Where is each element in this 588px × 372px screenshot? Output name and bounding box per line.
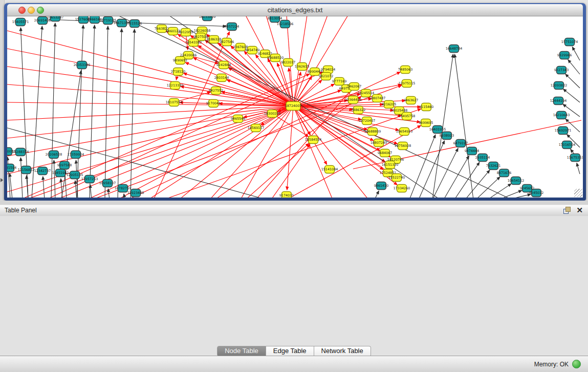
close-panel-icon[interactable]: ✕ <box>576 207 583 214</box>
graph-node-label: 11675353 <box>567 156 583 160</box>
graph-node-label: 9699695 <box>419 121 433 125</box>
network-window-titlebar[interactable]: citations_edges.txt <box>7 4 583 16</box>
graph-node-label: 17359924 <box>68 152 84 157</box>
graph-edge[interactable] <box>118 106 293 198</box>
graph-node-label: 2935114 <box>475 156 490 160</box>
tab-network-table[interactable]: Network Table <box>314 346 371 357</box>
graph-node-label: 12975115 <box>399 81 416 85</box>
graph-edge[interactable] <box>7 67 293 106</box>
graph-edge[interactable] <box>20 158 23 198</box>
graph-node-label: 9890651 <box>173 58 187 62</box>
graph-node-label: 16648784 <box>446 47 463 51</box>
graph-edge[interactable] <box>54 160 55 198</box>
graph-node-label: 9465546 <box>231 117 245 121</box>
status-bar: Memory: OK <box>0 356 588 372</box>
graph-edge[interactable] <box>499 190 522 198</box>
network-canvas[interactable]: 1872400715405571206914061065328715276072… <box>7 16 583 198</box>
graph-edge[interactable] <box>488 184 511 198</box>
graph-node-label: 16401955 <box>429 127 446 132</box>
graph-edge[interactable] <box>7 106 293 138</box>
memory-ok-icon <box>572 360 581 368</box>
graph-edge[interactable] <box>7 106 293 192</box>
tab-edge-table[interactable]: Edge Table <box>266 346 314 357</box>
graph-node-label: 9463627 <box>404 98 418 102</box>
graph-node-label: 12342737 <box>34 169 51 173</box>
graph-node-label: 12213339 <box>167 83 184 87</box>
graph-node-label: 9227343 <box>554 68 569 72</box>
graph-node-label: 7485063 <box>398 68 412 72</box>
graph-edge[interactable] <box>7 31 293 106</box>
graph-edge[interactable] <box>75 181 77 198</box>
tab-node-table[interactable]: Node Table <box>217 346 266 357</box>
graph-node-label: 9861410 <box>374 184 388 188</box>
network-window[interactable]: citations_edges.txt 18724007154055712069… <box>4 3 586 201</box>
graph-node-label: 12522740 <box>388 176 405 180</box>
graph-node-label: 18107554 <box>166 100 183 104</box>
graph-node-label: 10653287 <box>47 16 64 19</box>
table-panel-body: f(x) citations_edges.txt ▲▼ namein_degre… <box>0 216 588 356</box>
graph-node-label: 18724007 <box>285 104 302 108</box>
graph-node-label: 9242848 <box>216 63 231 67</box>
table-tabs: Node Table Edge Table Network Table <box>0 346 588 356</box>
graph-edge[interactable] <box>43 177 45 198</box>
graph-node-label: 8471676 <box>497 171 511 175</box>
graph-edge[interactable] <box>577 163 580 174</box>
graph-node-label: 10720407 <box>359 119 376 123</box>
graph-node-label: 11156822 <box>18 168 35 172</box>
graph-edge[interactable] <box>271 144 310 198</box>
graph-node-label: 2803144 <box>214 76 229 80</box>
graph-edge[interactable] <box>7 128 266 198</box>
network-graph[interactable]: 1872400715405571206914061065328715276072… <box>7 16 583 198</box>
graph-edge[interactable] <box>130 29 135 198</box>
graph-node-label: 9827546 <box>220 40 234 44</box>
graph-node-label: 8912955 <box>179 30 193 34</box>
graph-edge[interactable] <box>90 25 95 198</box>
graph-node-label: 10688809 <box>364 129 381 134</box>
memory-status-label: Memory: OK <box>534 361 569 368</box>
graph-node-label: 15692971 <box>555 128 572 133</box>
graph-edge[interactable] <box>118 29 122 198</box>
graph-node-label: 18226058 <box>194 29 211 33</box>
graph-node-label: 16543382 <box>185 40 202 45</box>
graph-edge[interactable] <box>565 74 580 88</box>
graph-node-label: 9821072 <box>319 74 333 78</box>
graph-node-label: 19654923 <box>396 129 413 134</box>
table-panel-header: Table Panel ✕ <box>0 205 588 216</box>
panel-collapse-handle[interactable] <box>1 178 3 182</box>
graph-edge[interactable] <box>476 177 500 198</box>
graph-node-label: 6479197 <box>453 141 468 145</box>
graph-edge[interactable] <box>90 185 92 198</box>
panel-title: Table Panel <box>5 207 37 214</box>
graph-edge[interactable] <box>246 143 309 198</box>
graph-edge[interactable] <box>375 191 379 198</box>
graph-node-label: 10807487 <box>369 96 386 100</box>
graph-edge[interactable] <box>572 47 580 60</box>
graph-node-label: 15495758 <box>399 114 416 118</box>
graph-edge[interactable] <box>293 16 328 106</box>
graph-node-label: 15751074 <box>561 40 578 44</box>
graph-node-label: 9097588 <box>57 163 72 167</box>
graph-node-label: 9115460 <box>419 105 433 109</box>
graph-edge[interactable] <box>293 16 348 106</box>
graph-node-label: 19218506 <box>277 22 294 26</box>
graph-edge[interactable] <box>454 162 480 198</box>
graph-edge[interactable] <box>419 141 445 198</box>
graph-node-label: 10958107 <box>99 181 116 185</box>
float-panel-icon[interactable] <box>563 207 571 214</box>
graph-edge[interactable] <box>568 60 580 74</box>
graph-node-label: 9329966 <box>557 53 572 57</box>
graph-edge[interactable] <box>20 74 310 198</box>
graph-node-label: 12444194 <box>550 99 567 103</box>
graph-edge[interactable] <box>7 106 293 120</box>
graph-node-label: 1362615 <box>295 64 309 69</box>
graph-node-label: 8990443 <box>308 70 322 74</box>
resize-grip-icon[interactable] <box>574 189 582 197</box>
graph-node-label: 9794024 <box>321 68 335 72</box>
graph-node-label: 20353346 <box>74 63 91 67</box>
graph-node-label: 8216205 <box>382 102 396 106</box>
graph-edge[interactable] <box>444 156 469 198</box>
graph-node-label: 7886322 <box>351 108 365 112</box>
graph-node-label: 16210643 <box>553 113 570 117</box>
graph-edge[interactable] <box>7 106 293 156</box>
graph-edge[interactable] <box>409 135 435 198</box>
